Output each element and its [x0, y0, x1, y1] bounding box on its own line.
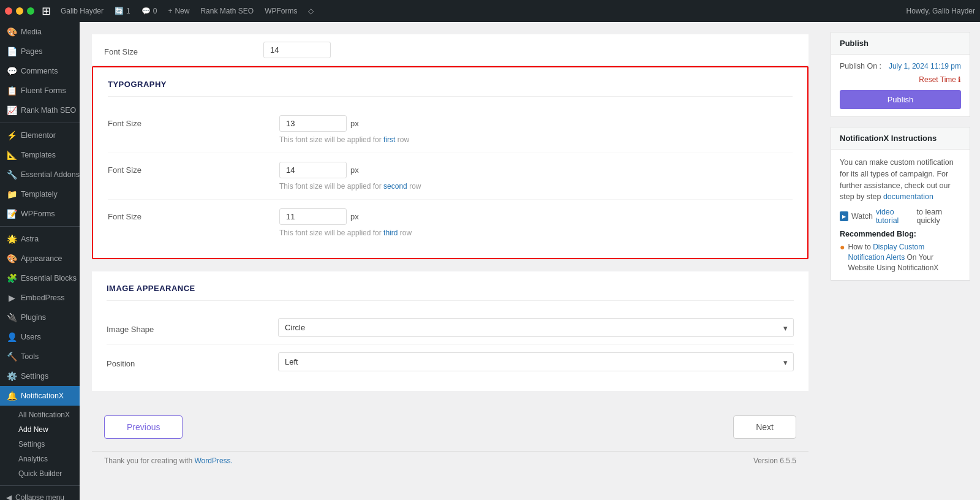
sidebar-item-users[interactable]: 👤 Users — [0, 327, 80, 347]
reset-time-button[interactable]: Reset Time ℹ — [840, 75, 961, 84]
sidebar-sub-add-new[interactable]: Add New — [12, 422, 80, 437]
sidebar-sub-analytics[interactable]: Analytics — [12, 452, 80, 466]
hint-highlight-1: first — [383, 135, 395, 144]
sidebar-item-settings[interactable]: ⚙️ Settings — [0, 366, 80, 386]
sidebar-divider-1 — [0, 123, 80, 123]
howdy-text: Howdy, Galib Hayder — [907, 7, 976, 15]
footer: Thank you for creating with WordPress. V… — [92, 451, 809, 470]
top-font-size-input[interactable] — [263, 42, 331, 58]
hint-highlight-3: third — [383, 229, 398, 237]
sidebar-sub-all-notificationx[interactable]: All NotificationX — [12, 407, 80, 422]
sidebar-item-astra[interactable]: 🌟 Astra — [0, 229, 80, 249]
video-tutorial-row: Watch video tutorial to learn quickly — [840, 208, 961, 225]
sidebar-item-rank-math[interactable]: 📈 Rank Math SEO — [0, 100, 80, 120]
publish-button[interactable]: Publish — [840, 90, 961, 109]
elementor-icon: ⚡ — [6, 130, 17, 141]
sidebar-sub-settings[interactable]: Settings — [12, 437, 80, 452]
sidebar-item-templates[interactable]: 📐 Templates — [0, 145, 80, 165]
sidebar-item-plugins[interactable]: 🔌 Plugins — [0, 308, 80, 327]
sidebar-item-essential-blocks[interactable]: 🧩 Essential Blocks — [0, 268, 80, 288]
sidebar-item-media[interactable]: 🎨 Media — [0, 22, 80, 42]
center-panel: Font Size TYPOGRAPHY Font Size — [80, 22, 821, 482]
nav-buttons: Previous Next — [92, 403, 809, 451]
unit-label-3: px — [350, 212, 359, 221]
wpforms-link[interactable]: WPForms — [260, 4, 302, 18]
publish-on-label: Publish On : — [840, 62, 881, 70]
hint-highlight-2: second — [383, 182, 407, 191]
position-select[interactable]: Left Right Top — [278, 352, 794, 371]
top-bar: ⊞ Galib Hayder 🔄 1 💬 0 + New Rank Math S… — [0, 0, 980, 22]
wordpress-link[interactable]: WordPress. — [194, 456, 232, 465]
wpforms-sidebar-icon: 📝 — [6, 208, 17, 219]
sidebar: 🎨 Media 📄 Pages 💬 Comments 📋 Fluent Form… — [0, 22, 80, 500]
add-new-button[interactable]: + New — [163, 4, 194, 18]
content-area: Font Size TYPOGRAPHY Font Size — [80, 22, 980, 482]
templates-icon: 📐 — [6, 150, 17, 161]
publish-date-value: July 1, 2024 11:19 pm — [889, 62, 961, 70]
hint-text-3: This font size will be applied for third… — [279, 229, 793, 237]
comments-count[interactable]: 💬 0 — [137, 4, 162, 18]
sidebar-item-fluent-forms[interactable]: 📋 Fluent Forms — [0, 81, 80, 100]
font-size-input-group-3: px — [279, 208, 793, 225]
publish-widget-body: Publish On : July 1, 2024 11:19 pm Reset… — [831, 55, 970, 116]
diamond-icon[interactable]: ◇ — [303, 4, 318, 18]
video-tutorial-link[interactable]: video tutorial — [876, 208, 914, 225]
next-button[interactable]: Next — [733, 415, 796, 439]
publish-widget-title: Publish — [831, 32, 970, 55]
sidebar-item-essential-addons[interactable]: 🔧 Essential Addons — [0, 165, 80, 184]
traffic-lights — [5, 7, 34, 15]
templately-icon: 📁 — [6, 189, 17, 200]
close-button[interactable] — [5, 7, 12, 15]
sidebar-item-embedpress[interactable]: ▶ EmbedPress — [0, 288, 80, 308]
minimize-button[interactable] — [16, 7, 23, 15]
tools-icon: 🔨 — [6, 351, 17, 362]
image-shape-label: Image Shape — [107, 321, 266, 334]
sidebar-item-appearance[interactable]: 🎨 Appearance — [0, 249, 80, 268]
font-size-input-3[interactable] — [279, 208, 347, 225]
font-size-input-group-1: px — [279, 115, 793, 132]
image-shape-select[interactable]: Circle Square Rectangle — [278, 318, 794, 337]
previous-button[interactable]: Previous — [104, 415, 183, 439]
typography-section: TYPOGRAPHY Font Size px This font size w… — [92, 66, 809, 259]
sidebar-item-wpforms[interactable]: 📝 WPForms — [0, 204, 80, 224]
plugins-icon: 🔌 — [6, 312, 17, 323]
essential-blocks-icon: 🧩 — [6, 273, 17, 284]
typography-row-3: Font Size px This font size will be appl… — [108, 200, 793, 246]
settings-icon: ⚙️ — [6, 371, 17, 382]
font-size-input-1[interactable] — [279, 115, 347, 132]
orange-dot-icon: ● — [840, 241, 845, 254]
maximize-button[interactable] — [27, 7, 34, 15]
image-appearance-section: IMAGE APPEARANCE Image Shape Circle Squa… — [92, 271, 809, 391]
updates-count[interactable]: 🔄 1 — [110, 4, 135, 18]
rank-math-link[interactable]: Rank Math SEO — [195, 4, 258, 18]
publish-widget: Publish Publish On : July 1, 2024 11:19 … — [831, 32, 970, 117]
image-shape-row: Image Shape Circle Square Rectangle — [107, 311, 794, 345]
video-icon — [840, 211, 848, 221]
collapse-menu-button[interactable]: ◀ Collapse menu — [0, 488, 80, 500]
sidebar-item-comments[interactable]: 💬 Comments — [0, 61, 80, 81]
sidebar-item-pages[interactable]: 📄 Pages — [0, 42, 80, 61]
collapse-icon: ◀ — [6, 493, 12, 500]
position-label: Position — [107, 355, 266, 368]
documentation-link[interactable]: documentation — [883, 192, 933, 201]
unit-label-1: px — [350, 119, 359, 128]
sidebar-item-elementor[interactable]: ⚡ Elementor — [0, 126, 80, 145]
sidebar-sub-quick-builder[interactable]: Quick Builder — [12, 466, 80, 481]
media-icon: 🎨 — [6, 26, 17, 37]
typography-title: TYPOGRAPHY — [108, 80, 793, 97]
hint-text-2: This font size will be applied for secon… — [279, 182, 793, 191]
font-size-label-2: Font Size — [108, 162, 267, 175]
sidebar-item-tools[interactable]: 🔨 Tools — [0, 347, 80, 366]
site-name[interactable]: Galib Hayder — [56, 4, 108, 18]
info-icon: ℹ — [958, 75, 961, 84]
font-size-field-3: px This font size will be applied for th… — [279, 208, 793, 237]
fluent-forms-icon: 📋 — [6, 85, 17, 96]
instructions-description: You can make custom notification for its… — [840, 157, 961, 203]
top-bar-nav: Galib Hayder 🔄 1 💬 0 + New Rank Math SEO… — [56, 4, 907, 18]
font-size-input-group-2: px — [279, 162, 793, 178]
sidebar-item-notificationx[interactable]: 🔔 NotificationX — [0, 386, 80, 406]
sidebar-item-templately[interactable]: 📁 Templately — [0, 184, 80, 204]
essential-addons-icon: 🔧 — [6, 169, 17, 180]
top-font-size-label: Font Size — [104, 44, 263, 56]
font-size-input-2[interactable] — [279, 162, 347, 178]
